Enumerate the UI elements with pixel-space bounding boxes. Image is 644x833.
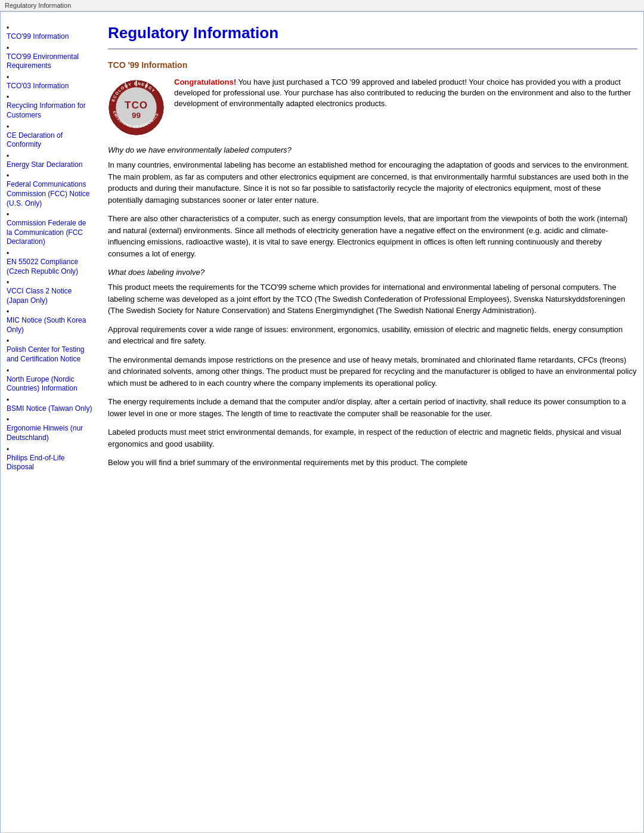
body-para-7: Labeled products must meet strict enviro… — [108, 426, 637, 450]
body-para-5: The environmental demands impose restric… — [108, 354, 637, 389]
italic-heading-1: Why do we have environmentally labeled c… — [108, 145, 637, 154]
sidebar: TCO'99 Information TCO'99 Environmental … — [7, 24, 99, 826]
italic-heading-2: What does labeling involve? — [108, 268, 637, 277]
sidebar-item-ce-declaration[interactable]: CE Declaration of Conformity — [7, 123, 93, 150]
tco99-logo: TCO 99 ECOLOGY ENERGY EMISSIONS ERGONOMI… — [108, 79, 165, 136]
sidebar-item-tco03-info[interactable]: TCO'03 Information — [7, 73, 93, 91]
title-divider — [108, 48, 637, 49]
congrats-body: You have just purchased a TCO '99 approv… — [174, 78, 631, 108]
sidebar-item-energy-star[interactable]: Energy Star Declaration — [7, 152, 93, 170]
sidebar-item-en55022[interactable]: EN 55022 Compliance (Czech Republic Only… — [7, 249, 93, 276]
browser-title-bar: Regulatory Information — [0, 0, 644, 11]
body-para-3: This product meets the requirements for … — [108, 281, 637, 317]
page-title: Regulatory Information — [108, 24, 637, 42]
browser-title: Regulatory Information — [5, 2, 71, 9]
main-content: Regulatory Information TCO '99 Informati… — [99, 24, 637, 826]
section-heading-tco99: TCO '99 Information — [108, 60, 637, 70]
tco-intro-block: TCO 99 ECOLOGY ENERGY EMISSIONS ERGONOMI… — [108, 77, 637, 136]
sidebar-item-polish[interactable]: Polish Center for Testing and Certificat… — [7, 337, 93, 364]
sidebar-item-north-europe[interactable]: North Europe (Nordic Countries) Informat… — [7, 367, 93, 394]
sidebar-item-mic[interactable]: MIC Notice (South Korea Only) — [7, 308, 93, 335]
page-wrapper: TCO'99 Information TCO'99 Environmental … — [0, 11, 644, 833]
sidebar-item-recycling[interactable]: Recycling Information for Customers — [7, 93, 93, 120]
sidebar-item-tco99-env[interactable]: TCO'99 Environmental Requirements — [7, 44, 93, 71]
body-para-6: The energy requirements include a demand… — [108, 396, 637, 419]
sidebar-item-philips-disposal[interactable]: Philips End-of-Life Disposal — [7, 445, 93, 472]
congrats-label: Congratulations! — [174, 78, 236, 86]
sidebar-item-fcc-notice[interactable]: Federal Communications Commission (FCC) … — [7, 172, 93, 208]
body-para-2: There are also other characteristics of … — [108, 213, 637, 259]
body-para-1: In many countries, environmental labelin… — [108, 159, 637, 206]
sidebar-item-tco99-info[interactable]: TCO'99 Information — [7, 24, 93, 42]
sidebar-item-ergonomie[interactable]: Ergonomie Hinweis (nur Deutschland) — [7, 416, 93, 442]
main-content-area: TCO'99 Information TCO'99 Environmental … — [1, 12, 643, 832]
sidebar-item-bsmi[interactable]: BSMI Notice (Taiwan Only) — [7, 396, 93, 414]
body-para-4: Approval requirements cover a wide range… — [108, 324, 637, 347]
sidebar-item-vcci[interactable]: VCCI Class 2 Notice (Japan Only) — [7, 278, 93, 305]
svg-text:TCO: TCO — [125, 100, 148, 111]
tco-intro-text: Congratulations! You have just purchased… — [174, 77, 637, 110]
body-para-8: Below you will find a brief summary of t… — [108, 457, 637, 469]
svg-text:99: 99 — [132, 111, 141, 120]
sidebar-item-commission-fed[interactable]: Commission Federale de la Communication … — [7, 210, 93, 247]
